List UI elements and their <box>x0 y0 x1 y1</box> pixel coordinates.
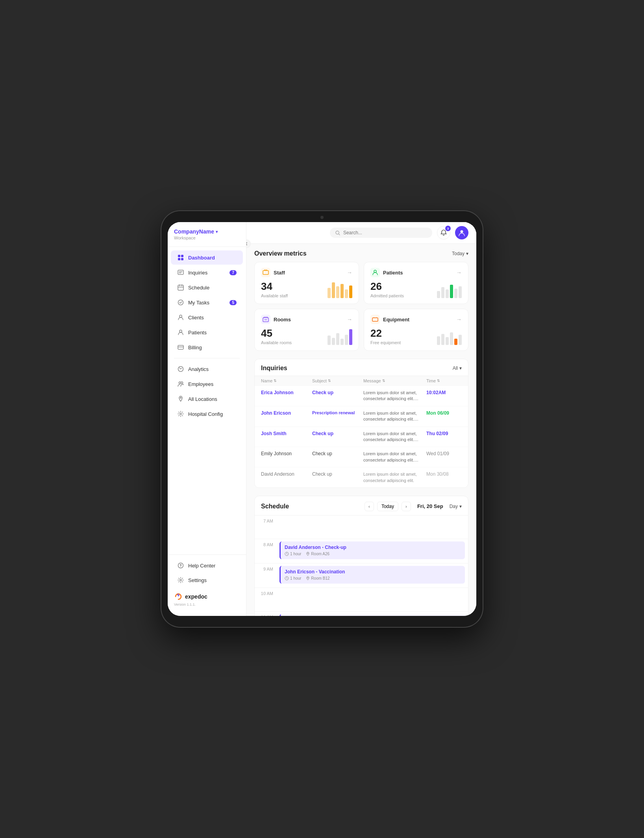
bar <box>459 286 462 298</box>
svg-point-13 <box>180 397 181 399</box>
metric-card-patients-title: Patients <box>370 268 403 277</box>
bar <box>441 287 444 298</box>
metric-card-equipment: Equipment → 22 Free equipment <box>364 309 468 351</box>
schedule-prev-button[interactable]: ‹ <box>365 502 374 511</box>
appointment-card-john-vaccination[interactable]: John Ericson - Vaccination 1 hour <box>279 566 465 584</box>
appt-duration-text: 1 hour <box>290 552 301 556</box>
inquiry-name-4: Emily Johnson <box>261 451 312 456</box>
user-avatar[interactable] <box>455 226 468 239</box>
bar <box>328 288 331 298</box>
company-workspace: Workspace <box>174 235 240 240</box>
svg-point-14 <box>180 413 181 415</box>
patients-title: Patients <box>383 270 403 276</box>
search-box[interactable] <box>330 228 432 238</box>
metric-card-rooms-header: Rooms → <box>261 315 352 324</box>
schedule-next-button[interactable]: › <box>402 502 411 511</box>
time-label-9am: 9 AM <box>255 564 276 588</box>
patients-arrow-icon[interactable]: → <box>456 269 462 276</box>
search-icon <box>335 230 340 235</box>
notification-button[interactable]: 3 <box>437 226 450 239</box>
sidebar-item-settings[interactable]: Settings <box>171 573 243 587</box>
avatar-icon <box>458 229 466 237</box>
svg-point-27 <box>307 577 308 578</box>
sidebar-item-dashboard[interactable]: Dashboard <box>171 250 243 265</box>
sidebar-item-inquiries[interactable]: Inquiries 7 <box>171 265 243 280</box>
sort-icon-subject: ⇅ <box>328 379 331 383</box>
svg-rect-20 <box>263 271 268 274</box>
svg-rect-9 <box>178 345 183 349</box>
inquiry-subject-2[interactable]: Prescription renewal <box>312 410 363 415</box>
sidebar-item-schedule[interactable]: Schedule <box>171 280 243 295</box>
brand-logo-icon <box>174 592 183 601</box>
appt-title-john: John Ericson - Vaccination <box>285 569 461 575</box>
schedule-date: Fri, 20 Sep <box>417 503 443 509</box>
sidebar-item-patients[interactable]: Patients <box>171 325 243 339</box>
col-header-subject[interactable]: Subject ⇅ <box>312 378 363 383</box>
overview-filter[interactable]: Today ▾ <box>452 251 468 256</box>
svg-point-7 <box>180 315 182 317</box>
patients-label: Admitted patients <box>370 293 404 298</box>
time-slot-7am: 7 AM <box>255 515 468 539</box>
sidebar-item-all-locations[interactable]: All Locations <box>171 392 243 406</box>
col-header-time[interactable]: Time ⇅ <box>426 378 462 383</box>
equipment-arrow-icon[interactable]: → <box>456 316 462 323</box>
appointment-card-erica-checkup[interactable]: Erica Johnson - Check-up 1 hour <box>279 614 465 616</box>
app-layout: CompanyName ▾ Workspace Dashboard <box>168 222 476 616</box>
bar <box>332 338 335 345</box>
sidebar-item-billing[interactable]: Billing <box>171 340 243 354</box>
dashboard-label: Dashboard <box>188 255 215 261</box>
equipment-icon <box>370 315 380 324</box>
sidebar-item-hospital-config[interactable]: Hospital Config <box>171 407 243 421</box>
bar <box>349 329 352 345</box>
bar <box>341 284 344 298</box>
col-header-name[interactable]: Name ⇅ <box>261 378 312 383</box>
inquiry-name-2[interactable]: John Ericson <box>261 410 312 416</box>
schedule-label: Schedule <box>188 285 209 291</box>
schedule-today-button[interactable]: Today <box>377 502 398 511</box>
inquiry-name-3[interactable]: Josh Smith <box>261 431 312 436</box>
svg-rect-5 <box>178 285 183 290</box>
appt-meta-john: 1 hour Room B12 <box>285 576 461 580</box>
inquiries-filter[interactable]: All ▾ <box>453 365 462 371</box>
col-message-label: Message <box>363 378 381 383</box>
sidebar-item-analytics[interactable]: Analytics <box>171 362 243 376</box>
patients-card-icon <box>370 268 380 277</box>
rooms-arrow-icon[interactable]: → <box>347 316 352 323</box>
inquiry-subject-1[interactable]: Check up <box>312 390 363 395</box>
inquiry-message-3: Lorem ipsum dolor sit amet, consectetur … <box>363 431 426 443</box>
metric-card-equipment-title: Equipment <box>370 315 409 324</box>
time-slot-9am: 9 AM John Ericson - Vaccination 1 hour <box>255 564 468 588</box>
metric-card-equipment-body: 22 Free equipment <box>370 327 462 345</box>
svg-point-16 <box>181 567 181 567</box>
help-center-label: Help Center <box>188 563 215 569</box>
col-header-message[interactable]: Message ⇅ <box>363 378 426 383</box>
sidebar-item-clients[interactable]: Clients <box>171 310 243 324</box>
bar <box>450 332 453 345</box>
schedule-nav: ‹ Today › <box>365 502 411 511</box>
bar <box>441 334 444 345</box>
brand-logo: expedoc <box>168 588 246 603</box>
search-input[interactable] <box>343 230 427 235</box>
time-slot-11am: 11 AM Erica Johnson - Check-up 1 hour <box>255 612 468 616</box>
inquiry-time-5: Mon 30/08 <box>426 471 462 477</box>
schedule-filter-label: Day <box>450 504 458 509</box>
staff-arrow-icon[interactable]: → <box>347 269 352 276</box>
schedule-filter[interactable]: Day ▾ <box>450 504 462 509</box>
appt-room-david: Room A26 <box>306 552 329 556</box>
time-content-7am <box>276 515 468 539</box>
company-name-text: CompanyName <box>174 228 214 235</box>
sidebar-item-employees[interactable]: Employees <box>171 377 243 391</box>
inquiry-subject-3[interactable]: Check up <box>312 431 363 436</box>
company-name[interactable]: CompanyName ▾ <box>174 228 240 235</box>
table-header-row: Name ⇅ Subject ⇅ Message ⇅ <box>255 376 468 386</box>
rooms-label: Available rooms <box>261 340 292 345</box>
sidebar-item-my-tasks[interactable]: My Tasks 5 <box>171 295 243 310</box>
inquiry-name-1[interactable]: Erica Johnson <box>261 390 312 395</box>
rooms-icon <box>261 315 270 324</box>
sidebar-item-help-center[interactable]: Help Center <box>171 558 243 573</box>
my-tasks-badge: 5 <box>229 300 237 305</box>
metric-card-staff-body: 34 Available staff <box>261 280 352 298</box>
appointment-card-david-checkup[interactable]: David Anderson - Check-up 1 hour <box>279 541 465 559</box>
inquiry-message-2: Lorem ipsum dolor sit amet, consectetur … <box>363 410 426 423</box>
time-label-8am: 8 AM <box>255 539 276 563</box>
